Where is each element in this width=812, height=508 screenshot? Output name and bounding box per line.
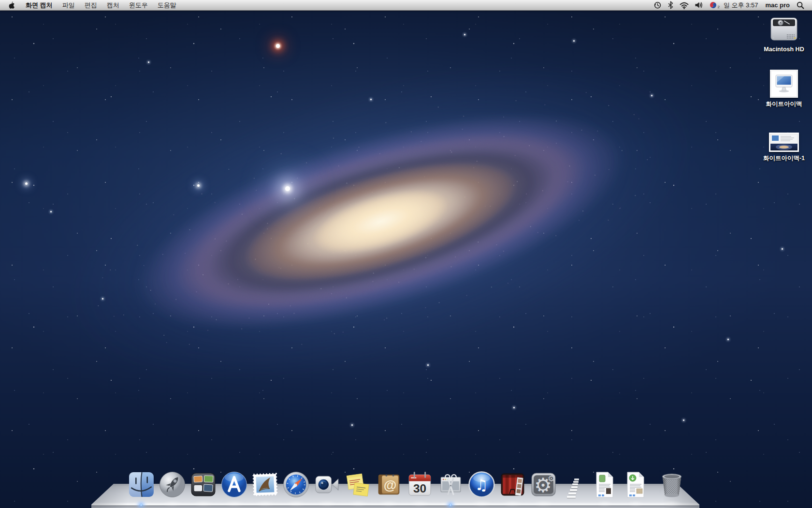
- dock-icon-photo-booth[interactable]: [499, 471, 526, 498]
- star: [197, 184, 200, 187]
- desktop-icon-label: Macintosh HD: [764, 46, 804, 53]
- apple-icon: [8, 1, 15, 10]
- calendar-day: 30: [413, 482, 426, 495]
- input-source-menu[interactable]: 2: [706, 0, 720, 10]
- dock-icon-grab[interactable]: [437, 471, 464, 498]
- gear-small-icon: ⚙: [548, 474, 555, 483]
- dock-icon-app-store[interactable]: [220, 471, 248, 498]
- star: [782, 248, 783, 250]
- korean-input-icon: [709, 1, 717, 9]
- running-indicator-grab: [449, 504, 452, 506]
- time-machine-icon: [653, 1, 662, 9]
- dock-icon-document-2[interactable]: [624, 471, 647, 498]
- menu-item-edit[interactable]: 편집: [80, 0, 102, 10]
- desktop-icon-white-imac[interactable]: 화이트아이맥: [754, 66, 812, 108]
- user-menu[interactable]: mac pro: [761, 1, 794, 9]
- menu-bar-status: 2 일 오후 3:57 mac pro: [651, 0, 812, 10]
- desktop-wallpaper: [0, 0, 812, 508]
- dock-icon-safari[interactable]: [282, 471, 310, 498]
- dock-icon-document-1[interactable]: [594, 471, 616, 498]
- menu-item-app[interactable]: 화면 캡처: [21, 0, 58, 10]
- menu-bar: 화면 캡처 파일 편집 캡처 윈도우 도움말: [0, 0, 812, 11]
- star: [276, 44, 280, 48]
- image-file-icon: [770, 66, 798, 98]
- wifi-icon: [680, 1, 689, 9]
- menu-item-label: 파일: [62, 1, 75, 10]
- menu-item-window[interactable]: 윈도우: [124, 0, 153, 10]
- desktop-icon-white-imac-1[interactable]: 화이트아이맥-1: [754, 120, 812, 163]
- star: [351, 424, 353, 426]
- bluetooth-icon: [667, 1, 674, 9]
- star: [370, 99, 372, 100]
- star: [464, 34, 465, 35]
- spotlight-menu[interactable]: [794, 0, 807, 10]
- menu-bar-left: 화면 캡처 파일 편집 캡처 윈도우 도움말: [0, 0, 181, 10]
- image-file-icon: [769, 120, 799, 152]
- desktop: { "menu_bar": { "apple_icon": "apple-log…: [0, 0, 812, 508]
- star: [727, 339, 729, 340]
- star: [427, 364, 429, 366]
- star: [25, 182, 28, 185]
- star: [651, 95, 652, 96]
- menu-item-label: 윈도우: [129, 1, 148, 10]
- star: [683, 419, 684, 421]
- menu-item-file[interactable]: 파일: [58, 0, 80, 10]
- dock-icon-mail[interactable]: [251, 471, 279, 498]
- dock-icon-system-preferences[interactable]: ⚙ ⚙: [530, 471, 557, 498]
- spotlight-search-icon: [797, 1, 804, 9]
- star: [285, 186, 290, 191]
- menu-item-label: 캡처: [107, 1, 119, 10]
- dock-separator: [566, 475, 583, 498]
- input-layout-badge: 2: [717, 5, 719, 9]
- desktop-icon-label: 화이트아이맥: [766, 100, 802, 108]
- star: [148, 61, 149, 63]
- wifi-menu[interactable]: [677, 0, 692, 10]
- menu-item-label: 도움말: [158, 1, 176, 10]
- star: [513, 407, 515, 408]
- music-note-glyph: ♫: [475, 477, 488, 493]
- menu-item-label: 편집: [85, 1, 97, 10]
- at-glyph: @: [384, 478, 397, 493]
- star: [573, 40, 575, 42]
- dock-icon-ical[interactable]: 30: [406, 471, 434, 498]
- star: [102, 298, 103, 299]
- dock-icon-itunes[interactable]: ♫: [468, 471, 495, 498]
- menu-bar-clock[interactable]: 일 오후 3:57: [720, 1, 762, 10]
- desktop-icon-label: 화이트아이맥-1: [763, 154, 805, 163]
- dock-icon-mission-control[interactable]: [189, 471, 217, 498]
- volume-menu[interactable]: [692, 0, 706, 10]
- running-indicator-finder: [139, 504, 143, 506]
- hard-drive-icon: [769, 12, 798, 44]
- desktop-icon-macintosh-hd[interactable]: Macintosh HD: [754, 12, 812, 53]
- volume-icon: [695, 1, 703, 9]
- menu-item-label: 화면 캡처: [26, 1, 53, 10]
- menu-item-capture[interactable]: 캡처: [102, 0, 124, 10]
- dock-icon-trash[interactable]: [658, 471, 685, 498]
- bluetooth-menu[interactable]: [665, 0, 677, 10]
- dock: @ 30: [0, 445, 812, 508]
- dock-icon-address-book[interactable]: @: [375, 471, 403, 498]
- apple-menu[interactable]: [0, 0, 21, 10]
- time-machine-menu[interactable]: [651, 0, 665, 10]
- dock-row: @ 30: [128, 471, 685, 498]
- dock-icon-finder[interactable]: [128, 471, 155, 498]
- dock-icon-launchpad[interactable]: [159, 471, 186, 498]
- dock-icon-stickies[interactable]: [344, 471, 372, 498]
- menu-item-help[interactable]: 도움말: [153, 0, 181, 10]
- dock-icon-facetime[interactable]: [313, 471, 341, 498]
- star: [50, 211, 52, 212]
